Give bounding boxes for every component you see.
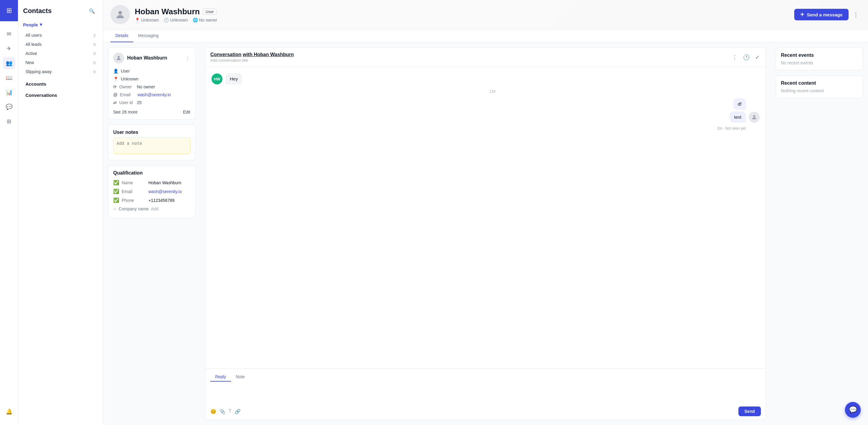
card-contact-avatar (113, 53, 124, 63)
qual-company-label: Company name (119, 206, 149, 211)
reply-toolbar: 😊 📎 T 🔗 Send (210, 406, 761, 416)
sent-messages-row: df text (212, 98, 760, 123)
reply-area: Reply Note 😊 📎 T 🔗 Send (206, 368, 766, 420)
message-bubble-df: df (733, 98, 746, 110)
nav-item-label: All users (26, 33, 42, 38)
qual-name-label: Name (122, 180, 146, 185)
detail-owner-value: No owner (137, 84, 155, 89)
icon-sidebar: ⊞ ✉ ✈ 👥 📖 📊 💬 ⊞ 🔔 (0, 0, 18, 425)
reply-tab-reply[interactable]: Reply (210, 372, 231, 382)
contact-meta: 📍 Unknown 🕐 Unknown 🌐 No owner (135, 18, 217, 23)
see-more-link[interactable]: See 26 more (113, 110, 137, 115)
recent-events-empty: No recent events (781, 60, 858, 65)
qual-email-value[interactable]: wash@serenity.io (148, 189, 182, 194)
sidebar-nav-knowledge[interactable]: 📖 (3, 72, 15, 84)
pending-circle-icon: ○ (113, 206, 116, 212)
reply-tabs: Reply Note (210, 372, 761, 382)
detail-role-value: User (121, 69, 130, 73)
contact-name-text: Hoban Washburn (135, 7, 200, 17)
meta-location: 📍 Unknown (135, 18, 159, 23)
recent-content-empty: Nothing recent content (781, 88, 858, 93)
conversation-card: Conversation with Hoban Washburn Add con… (205, 48, 766, 420)
qual-name-row: ✅ Name Hoban Washburn (113, 178, 190, 187)
detail-email-value[interactable]: wash@serenity.io (137, 92, 171, 97)
edit-link[interactable]: Edit (183, 110, 190, 115)
people-label: People (23, 22, 38, 27)
conv-history-button[interactable]: 🕐 (742, 53, 751, 62)
detail-email-label: Email (120, 92, 135, 97)
reply-input[interactable] (210, 385, 761, 403)
location-pin-icon: 📍 (135, 18, 140, 23)
reply-send-button[interactable]: Send (738, 406, 761, 416)
sidebar-icon-list: ✉ ✈ 👥 📖 📊 💬 ⊞ (0, 28, 18, 127)
conv-more-button[interactable]: ⋮ (731, 53, 739, 62)
user-notes-title: User notes (113, 130, 190, 135)
fab-button[interactable]: 💬 (845, 402, 861, 418)
reply-tab-note[interactable]: Note (231, 372, 250, 382)
detail-userid-label: User id (119, 100, 134, 105)
messages-area: HW Hey 11h df text 2m · Not (206, 67, 766, 368)
nav-item-label: New (26, 60, 34, 65)
sidebar-nav-inbox[interactable]: ✉ (3, 28, 15, 40)
svg-point-0 (118, 11, 122, 14)
nav-accounts[interactable]: Accounts (23, 79, 98, 88)
tab-messaging[interactable]: Messaging (133, 29, 163, 42)
tab-details[interactable]: Details (111, 29, 133, 42)
tab-strip: Details Messaging (103, 29, 868, 42)
sidebar-nav-apps[interactable]: ⊞ (3, 115, 15, 127)
contact-timezone: Unknown (170, 18, 188, 23)
nav-panel: Contacts 🔍 People ▾ All users 2 All lead… (18, 0, 103, 425)
emoji-icon[interactable]: 😊 (210, 408, 216, 414)
nav-item-count: 0 (93, 69, 96, 74)
detail-location-value: Unknown (121, 77, 138, 81)
people-toggle[interactable]: People ▾ (23, 22, 98, 27)
detail-userid-value: 25 (137, 100, 142, 105)
contact-location: Unknown (141, 18, 159, 23)
search-button[interactable]: 🔍 (86, 5, 98, 17)
sidebar-bottom-icons: 🔔 (3, 405, 15, 421)
format-icon[interactable]: T (228, 408, 231, 414)
qual-phone-value: +1123456789 (148, 198, 175, 203)
sidebar-nav-messages[interactable]: 💬 (3, 101, 15, 113)
msg-avatar-agent (749, 112, 760, 123)
message-bubble-hey: Hey (225, 73, 242, 84)
notes-input[interactable] (113, 138, 190, 154)
qual-company-add[interactable]: Add (151, 206, 159, 211)
recent-content-card: Recent content Nothing recent content (776, 75, 863, 98)
recent-content-title: Recent content (781, 81, 858, 86)
sidebar-nav-notifications[interactable]: 🔔 (3, 405, 15, 418)
detail-card: Hoban Washburn ⋮ 👤 User 📍 Unknown ⟳ Owne… (108, 48, 195, 120)
nav-item-all-users[interactable]: All users 2 (23, 31, 98, 39)
nav-item-active[interactable]: Active 0 (23, 49, 98, 58)
conv-title-part2[interactable]: Hoban Washburn (254, 52, 294, 57)
nav-item-count: 0 (93, 60, 96, 65)
detail-email-row: @ Email wash@serenity.io (113, 91, 190, 99)
card-more-button[interactable]: ⋮ (185, 55, 190, 61)
detail-location-row: 📍 Unknown (113, 75, 190, 83)
nav-item-label: Slipping away (26, 69, 52, 74)
nav-item-new[interactable]: New 0 (23, 58, 98, 67)
conv-subtitle[interactable]: Add conversation title (210, 58, 294, 63)
nav-item-slipping-away[interactable]: Slipping away 0 (23, 67, 98, 76)
conv-resolve-button[interactable]: ✓ (754, 53, 761, 62)
nav-item-all-leads[interactable]: All leads 0 (23, 40, 98, 49)
sidebar-nav-reports[interactable]: 📊 (3, 86, 15, 98)
meta-timezone: 🕐 Unknown (163, 18, 188, 23)
sidebar-nav-campaigns[interactable]: ✈ (3, 42, 15, 55)
conversation-header: Conversation with Hoban Washburn Add con… (206, 48, 766, 67)
contact-name-row: Hoban Washburn User (135, 7, 217, 17)
send-message-button[interactable]: ✈ Send a message (794, 9, 848, 20)
content-area: Hoban Washburn ⋮ 👤 User 📍 Unknown ⟳ Owne… (103, 42, 868, 425)
conv-title-part1: Conversation (210, 52, 241, 57)
userid-icon: ⇄ (113, 100, 117, 105)
more-options-button[interactable]: ⋮ (851, 9, 861, 20)
nav-item-count: 0 (93, 42, 96, 47)
qual-email-row: ✅ Email wash@serenity.io (113, 187, 190, 196)
link-icon[interactable]: 🔗 (235, 408, 241, 414)
sidebar-nav-contacts[interactable]: 👥 (3, 57, 15, 69)
reply-icons: 😊 📎 T 🔗 (210, 408, 241, 414)
contact-owner: No owner (199, 18, 217, 23)
attach-icon[interactable]: 📎 (219, 408, 225, 414)
conv-title-with: with (243, 52, 254, 57)
nav-conversations[interactable]: Conversations (23, 90, 98, 99)
